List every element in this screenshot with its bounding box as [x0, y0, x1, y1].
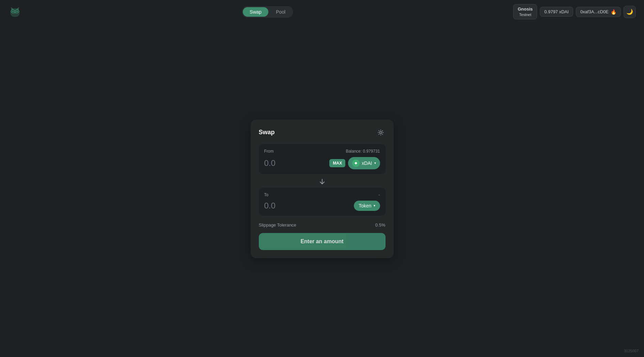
from-token-chevron-icon: ▾: [374, 161, 376, 165]
to-token-chevron-icon: ▾: [374, 204, 375, 207]
fire-icon: 🔥: [611, 9, 616, 15]
slippage-row: Slippage Tolerance 0.5%: [259, 221, 386, 233]
nav-right: Gnosis Testnet 0.9797 xDAI 0xaf3A...cD0E…: [513, 4, 636, 19]
to-section: To - 0.0 Token ▾: [259, 188, 386, 216]
owl-logo-icon: [8, 5, 22, 19]
max-button[interactable]: MAX: [329, 159, 345, 167]
balance-display: Balance: 0.979731: [346, 149, 380, 154]
slippage-tolerance-label: Slippage Tolerance: [259, 222, 296, 228]
main-content: Swap From Balance: 0.979731 MAX: [0, 0, 644, 357]
swap-tab[interactable]: Swap: [243, 7, 268, 17]
wallet-badge[interactable]: 0xaf3A...cD0E 🔥: [576, 7, 621, 17]
swap-card: Swap From Balance: 0.979731 MAX: [251, 120, 394, 258]
slippage-tolerance-value: 0.5%: [375, 222, 386, 228]
from-label: From: [264, 149, 274, 154]
network-line2: Testnet: [518, 12, 533, 17]
navbar: Swap Pool Gnosis Testnet 0.9797 xDAI 0xa…: [0, 0, 644, 24]
nav-tabs: Swap Pool: [242, 6, 293, 18]
from-amount-input[interactable]: [264, 158, 305, 168]
from-controls: MAX xDAI ▾: [329, 157, 380, 169]
gear-icon: [377, 129, 384, 136]
to-balance-dash: -: [379, 192, 380, 197]
logo: [8, 5, 22, 19]
balance-amount: 0.9797 xDAI: [544, 9, 569, 14]
pool-tab[interactable]: Pool: [269, 7, 292, 17]
network-badge[interactable]: Gnosis Testnet: [513, 4, 537, 19]
to-label-row: To -: [264, 192, 380, 197]
arrow-down-icon: [319, 178, 326, 185]
swap-card-header: Swap: [259, 128, 386, 137]
to-input-row: 0.0 Token ▾: [264, 201, 380, 211]
from-token-label: xDAI: [362, 160, 372, 166]
from-section: From Balance: 0.979731 MAX xDAI: [259, 144, 386, 174]
version-badge: 3125007: [624, 349, 639, 353]
network-line1: Gnosis: [518, 6, 533, 12]
balance-badge: 0.9797 xDAI: [540, 7, 573, 17]
svg-point-4: [16, 10, 18, 12]
moon-icon: 🌙: [626, 9, 633, 15]
swap-direction-divider: [259, 175, 386, 188]
settings-button[interactable]: [376, 128, 386, 137]
wallet-address: 0xaf3A...cD0E: [580, 9, 609, 14]
svg-point-8: [380, 131, 382, 134]
svg-point-3: [12, 10, 14, 12]
to-label: To: [264, 192, 269, 197]
from-label-row: From Balance: 0.979731: [264, 149, 380, 154]
xdai-token-icon: [352, 159, 360, 167]
enter-amount-button[interactable]: Enter an amount: [259, 233, 386, 250]
to-token-selector[interactable]: Token ▾: [354, 201, 380, 211]
to-amount-display: 0.0: [264, 201, 276, 211]
theme-toggle-button[interactable]: 🌙: [624, 6, 636, 18]
from-input-row: MAX xDAI ▾: [264, 157, 380, 169]
from-token-selector[interactable]: xDAI ▾: [348, 157, 380, 169]
to-token-label: Token: [359, 203, 371, 208]
swap-card-title: Swap: [259, 129, 275, 136]
